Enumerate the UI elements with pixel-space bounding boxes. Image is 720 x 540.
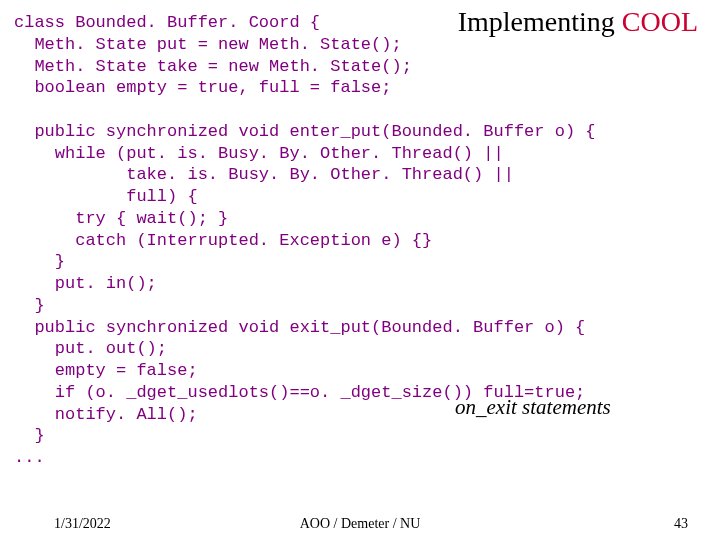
slide: Implementing COOL class Bounded. Buffer.… [0, 0, 720, 540]
footer-page: 43 [674, 516, 688, 532]
slide-title: Implementing COOL [458, 6, 698, 38]
title-part1: Implementing [458, 6, 622, 37]
annotation-on-exit: on_exit statements [455, 395, 611, 420]
footer-center: AOO / Demeter / NU [0, 516, 720, 532]
title-part2: COOL [622, 6, 698, 37]
